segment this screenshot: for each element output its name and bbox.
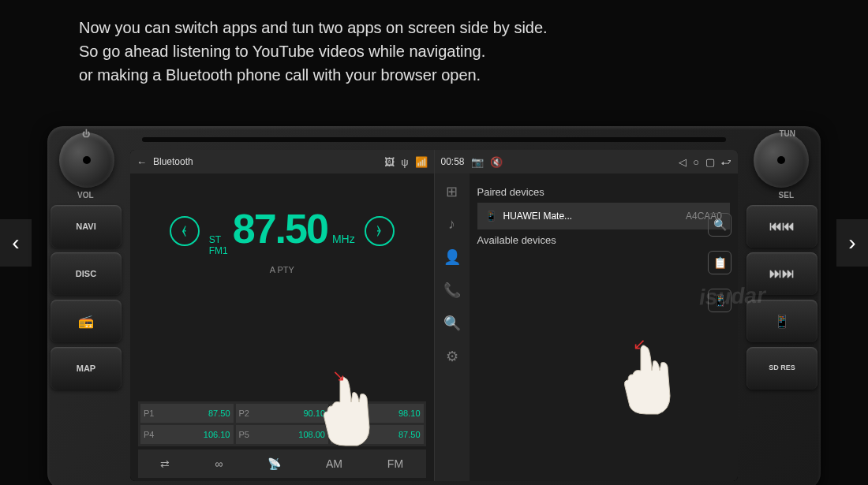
bt-sidebar: ⊞ ♪ 👤 📞 🔍 ⚙ <box>435 173 470 481</box>
gallery-icon: 🖼 <box>384 156 395 168</box>
promo-line: Now you can switch apps and tun two apps… <box>79 16 789 39</box>
right-status-bar: 00:58 📷 🔇 ◁ ○ ▢ ⮐ <box>435 150 739 173</box>
search-icon[interactable]: 🔍 <box>443 315 461 332</box>
tune-down-button[interactable]: ⦑ <box>170 216 200 246</box>
promo-line: or making a Bluetooth phone call with yo… <box>79 63 789 87</box>
paired-devices-title: Paired devices <box>477 186 731 198</box>
band-label: FM1 <box>209 245 228 256</box>
bt-scan-icon[interactable]: 🔍 <box>708 213 731 237</box>
prev-track-button[interactable]: ⏮⏮ <box>746 205 817 248</box>
promo-text: Now you can switch apps and tun two apps… <box>0 0 868 95</box>
preset-button[interactable]: P398.10 <box>331 404 424 423</box>
tune-knob[interactable] <box>754 132 809 188</box>
preset-grid: P187.50 P290.10 P398.10 P4106.10 P5108.0… <box>138 401 426 446</box>
promo-line: So go ahead listening to YouTube videos … <box>79 39 789 63</box>
gear-icon[interactable]: ⚙ <box>446 348 458 365</box>
radio-app: ⦑ ST FM1 87.50 MHz ⦒ A PTY <box>130 173 434 481</box>
next-icon: ⏭⏭ <box>769 267 795 281</box>
radio-icon: 📻 <box>78 314 94 329</box>
device-type-icon: 📱 <box>485 211 497 222</box>
vol-label: VOL <box>77 191 94 200</box>
map-button[interactable]: MAP <box>51 347 122 390</box>
preset-button[interactable]: P4106.10 <box>140 425 234 444</box>
stereo-label: ST <box>209 234 228 245</box>
preset-button[interactable]: P290.10 <box>236 404 329 423</box>
device-name: HUAWEI Mate... <box>503 211 573 222</box>
preset-button[interactable]: P687.50 <box>331 425 424 444</box>
available-devices-title: Available devices <box>477 234 731 246</box>
status-title: Bluetooth <box>153 156 193 167</box>
am-button[interactable]: AM <box>326 457 342 470</box>
radio-info-row: A PTY <box>138 265 426 274</box>
paired-device-row[interactable]: 📱 HUAWEI Mate... A4CAA0 <box>477 203 731 229</box>
nav-home-icon[interactable]: ○ <box>693 156 699 168</box>
camera-icon: 📷 <box>471 156 484 168</box>
call-icon[interactable]: 📞 <box>443 282 461 299</box>
preset-button[interactable]: P5108.00 <box>236 425 329 444</box>
frequency-value: 87.50 <box>233 205 327 252</box>
bt-main-panel: Paired devices 📱 HUAWEI Mate... A4CAA0 A… <box>470 173 739 481</box>
split-screen: ← Bluetooth 🖼 ψ 📶 ⦑ ST FM1 <box>130 150 738 481</box>
contacts-icon[interactable]: 👤 <box>443 248 461 266</box>
tun-label: TUN <box>779 129 795 138</box>
fm-button[interactable]: FM <box>387 457 403 470</box>
wifi-icon: 📶 <box>415 156 428 168</box>
frequency-unit: MHz <box>332 233 355 245</box>
power-icon: ⏻ <box>82 129 90 138</box>
radio-bottom-bar: ⇄ ∞ 📡 AM FM <box>138 450 426 478</box>
bt-list-icon[interactable]: 📋 <box>708 251 731 274</box>
nav-back-icon[interactable]: ◁ <box>679 156 687 168</box>
left-button-column: NAVI DISC 📻 MAP <box>51 205 122 390</box>
nav-return-icon[interactable]: ⮐ <box>721 156 731 168</box>
keypad-icon[interactable]: ⊞ <box>446 183 458 200</box>
frequency-display: ⦑ ST FM1 87.50 MHz ⦒ <box>138 205 426 257</box>
left-status-bar: ← Bluetooth 🖼 ψ 📶 <box>130 150 434 173</box>
volume-knob[interactable] <box>59 132 114 188</box>
phone-icon: 📱 <box>774 314 790 329</box>
music-icon[interactable]: ♪ <box>448 216 455 233</box>
clock: 00:58 <box>441 156 465 167</box>
bluetooth-app: ⊞ ♪ 👤 📞 🔍 ⚙ Paired devices 📱 HUAWEI Mate… <box>435 173 739 481</box>
gallery-next-button[interactable]: › <box>836 219 868 267</box>
mute-icon: 🔇 <box>490 156 503 168</box>
tune-up-button[interactable]: ⦒ <box>365 216 395 246</box>
disc-slot <box>142 137 726 142</box>
preset-button[interactable]: P187.50 <box>140 404 234 423</box>
watermark-logo: isudar <box>698 283 765 311</box>
sel-label: SEL <box>779 191 794 200</box>
back-icon[interactable]: ← <box>137 156 147 168</box>
left-app-screen: ← Bluetooth 🖼 ψ 📶 ⦑ ST FM1 <box>130 150 435 481</box>
gallery-prev-button[interactable]: ‹ <box>0 219 32 267</box>
disc-button[interactable]: DISC <box>51 252 122 295</box>
navi-button[interactable]: NAVI <box>51 205 122 248</box>
nav-recent-icon[interactable]: ▢ <box>705 156 715 168</box>
usb-icon: ψ <box>401 156 408 168</box>
radio-button[interactable]: 📻 <box>51 300 122 342</box>
sd-res-button[interactable]: SD RES <box>746 347 817 390</box>
antenna-icon[interactable]: 📡 <box>268 457 281 470</box>
prev-icon: ⏮⏮ <box>769 219 795 233</box>
shuffle-icon[interactable]: ⇄ <box>160 457 170 470</box>
loop-icon[interactable]: ∞ <box>215 457 223 470</box>
right-app-screen: 00:58 📷 🔇 ◁ ○ ▢ ⮐ ⊞ ♪ 👤 📞 🔍 <box>435 150 739 481</box>
